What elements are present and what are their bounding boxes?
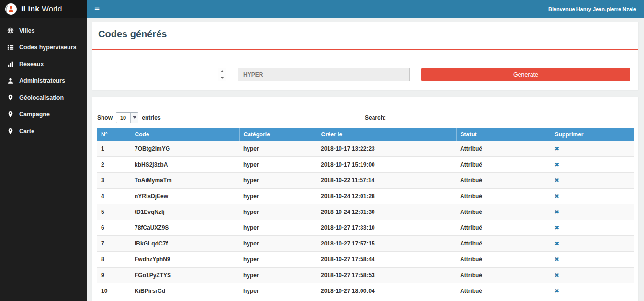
red-divider: [92, 49, 638, 50]
delete-icon[interactable]: ✖: [554, 224, 559, 231]
table-row: 7 IBkGLqdC7f hyper 2018-10-27 17:57:15 A…: [97, 236, 634, 252]
menu-toggle-icon[interactable]: ≡: [94, 5, 100, 14]
sidebar-item-geolocalisation[interactable]: Géolocalisation: [0, 89, 87, 106]
entries-label: entries: [142, 114, 160, 121]
page-length-value: 10: [116, 113, 130, 123]
cell-delete: ✖: [551, 204, 634, 220]
cell-created: 2018-10-24 12:31:30: [317, 204, 456, 220]
sidebar-item-label: Administrateurs: [19, 78, 65, 84]
cell-delete: ✖: [551, 189, 634, 204]
column-header-4[interactable]: Statut: [456, 128, 551, 141]
cell-category: hyper: [239, 173, 317, 189]
generate-form: Generate: [97, 68, 633, 81]
sidebar-item-administrateurs[interactable]: Administrateurs: [0, 72, 87, 89]
delete-icon[interactable]: ✖: [554, 256, 559, 263]
brand[interactable]: iLink World: [0, 0, 87, 18]
cell-status: Attribué: [456, 283, 551, 299]
table-row: 6 78fCaUXZ9S hyper 2018-10-27 17:33:10 A…: [97, 220, 634, 236]
cell-status: Attribué: [456, 204, 551, 220]
sidebar-item-codes-hyperviseurs[interactable]: Codes hyperviseurs: [0, 39, 87, 56]
cell-category: hyper: [239, 189, 317, 204]
delete-icon[interactable]: ✖: [554, 145, 559, 152]
cell-status: Attribué: [456, 189, 551, 204]
cell-status: Attribué: [456, 268, 551, 283]
sidebar: iLink World Villes Codes hyperviseurs Ré…: [0, 0, 87, 301]
generate-button[interactable]: Generate: [421, 68, 630, 81]
sidebar-item-campagne[interactable]: Campagne: [0, 106, 87, 123]
table-row: 4 nYRlsDjEew hyper 2018-10-24 12:01:28 A…: [97, 189, 634, 204]
show-label: Show: [97, 114, 113, 121]
cell-created: 2018-10-17 15:19:00: [317, 157, 456, 173]
topbar: ≡ Bienvenue Hanry Jean-pierre Nzale: [87, 0, 644, 18]
table-row: 5 tD1EvqNzIj hyper 2018-10-24 12:31:30 A…: [97, 204, 634, 220]
cell-status: Attribué: [456, 173, 551, 189]
cell-code: ToAiMymaTm: [131, 173, 239, 189]
cell-num: 8: [97, 252, 131, 268]
sidebar-item-label: Carte: [19, 128, 34, 134]
cell-delete: ✖: [551, 252, 634, 268]
page-length-select[interactable]: 10: [116, 112, 138, 123]
sidebar-item-label: Villes: [19, 27, 34, 34]
stepper-down-icon[interactable]: [218, 75, 226, 81]
quantity-stepper[interactable]: [101, 68, 226, 81]
cell-code: 7OBtg2lmYG: [131, 141, 239, 157]
stepper-arrows[interactable]: [218, 68, 226, 81]
generate-panel: Codes générés Generate: [92, 22, 638, 90]
sidebar-item-label: Campagne: [19, 111, 50, 118]
brand-name: iLink World: [21, 5, 62, 13]
sidebar-item-carte[interactable]: Carte: [0, 123, 87, 139]
delete-icon[interactable]: ✖: [554, 288, 559, 294]
cell-created: 2018-10-17 13:22:23: [317, 141, 456, 157]
sidebar-item-villes[interactable]: Villes: [0, 22, 87, 39]
sidebar-item-reseaux[interactable]: Réseaux: [0, 56, 87, 72]
search-input[interactable]: [388, 112, 444, 123]
delete-icon[interactable]: ✖: [554, 177, 559, 184]
quantity-input[interactable]: [101, 68, 226, 81]
marker-icon: [7, 128, 14, 134]
stepper-up-icon[interactable]: [218, 68, 226, 75]
delete-icon[interactable]: ✖: [554, 193, 559, 200]
page-title: Codes générés: [97, 29, 633, 40]
cell-num: 4: [97, 189, 131, 204]
table-row: 2 kbHS2j3zbA hyper 2018-10-17 15:19:00 A…: [97, 157, 634, 173]
delete-icon[interactable]: ✖: [554, 161, 559, 168]
marker-icon: [7, 111, 14, 118]
cell-code: nYRlsDjEew: [131, 189, 239, 204]
cell-code: FwdhzYphN9: [131, 252, 239, 268]
sidebar-nav: Villes Codes hyperviseurs Réseaux Admini…: [0, 18, 87, 139]
cell-status: Attribué: [456, 141, 551, 157]
main-area: ≡ Bienvenue Hanry Jean-pierre Nzale Code…: [87, 0, 644, 301]
cell-delete: ✖: [551, 157, 634, 173]
cell-delete: ✖: [551, 173, 634, 189]
cell-num: 3: [97, 173, 131, 189]
content: Codes générés Generate: [87, 18, 644, 301]
sidebar-item-label: Réseaux: [19, 61, 44, 67]
category-field[interactable]: [238, 68, 410, 81]
cell-code: tD1EvqNzIj: [131, 204, 239, 220]
cell-num: 2: [97, 157, 131, 173]
column-header-0[interactable]: N°: [97, 128, 131, 141]
column-header-3[interactable]: Créer le: [317, 128, 456, 141]
codes-table: N°CodeCatégorieCréer leStatutSupprimer 1…: [97, 128, 634, 299]
cell-code: FGo1PyZTYS: [131, 268, 239, 283]
column-header-1[interactable]: Code: [131, 128, 239, 141]
cell-code: 78fCaUXZ9S: [131, 220, 239, 236]
column-header-2[interactable]: Catégorie: [239, 128, 317, 141]
marker-icon: [7, 94, 14, 101]
page-length-control: Show 10 entries: [97, 112, 161, 123]
sidebar-item-label: Géolocalisation: [19, 94, 64, 101]
cell-category: hyper: [239, 252, 317, 268]
cell-category: hyper: [239, 157, 317, 173]
delete-icon[interactable]: ✖: [554, 240, 559, 247]
column-header-5[interactable]: Supprimer: [551, 128, 634, 141]
cell-category: hyper: [239, 236, 317, 252]
cell-num: 6: [97, 220, 131, 236]
cell-delete: ✖: [551, 220, 634, 236]
welcome-prefix: Bienvenue: [548, 6, 576, 12]
delete-icon[interactable]: ✖: [554, 209, 559, 215]
delete-icon[interactable]: ✖: [554, 272, 559, 279]
cell-created: 2018-10-27 17:58:53: [317, 268, 456, 283]
cell-status: Attribué: [456, 220, 551, 236]
cell-delete: ✖: [551, 141, 634, 157]
search-control: Search:: [365, 112, 444, 123]
